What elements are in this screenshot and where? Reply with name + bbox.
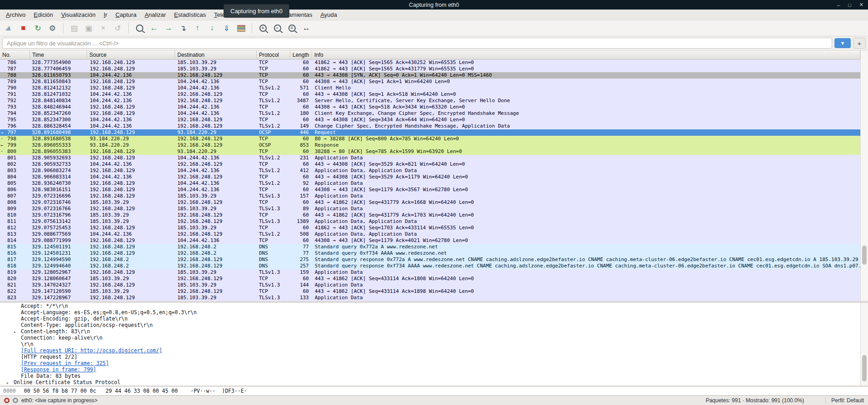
start-capture-button[interactable]: ▲ [2, 22, 15, 35]
packet-bytes-pane[interactable]: 0000 00 50 56 f8 b8 77 00 0c 29 44 46 33… [0, 387, 868, 395]
packet-row-798[interactable]: 798·328.89168053893.184.220.29192.168.24… [0, 136, 860, 142]
menu-item-edición[interactable]: Edición [29, 10, 57, 19]
packet-row-804[interactable]: 804328.906083314104.244.42.136192.168.24… [0, 174, 860, 180]
packet-row-789[interactable]: 789328.811650843192.168.248.129104.244.4… [0, 79, 860, 85]
packet-list-scrollbar-thumb[interactable] [862, 246, 867, 265]
packet-row-816[interactable]: 816329.124501231192.168.248.129192.168.2… [0, 250, 860, 257]
packet-row-807[interactable]: 807329.072316696192.168.248.129185.103.3… [0, 193, 860, 199]
column-header-source[interactable]: Source [87, 50, 175, 59]
detail-link[interactable]: [Prev request in frame: 325] [21, 360, 109, 366]
expand-arrow-icon[interactable]: ▸ [6, 380, 9, 386]
menu-item-captura[interactable]: Captura [112, 10, 141, 19]
details-scrollbar-thumb[interactable] [862, 355, 867, 381]
menu-item-visualización[interactable]: Visualización [57, 10, 100, 19]
stop-capture-button[interactable]: ■ [17, 22, 30, 35]
packet-row-786[interactable]: 786328.777354900192.168.248.129185.103.3… [0, 59, 860, 66]
packet-row-814[interactable]: 814329.088771999192.168.248.129104.244.4… [0, 237, 860, 244]
packet-row-803[interactable]: 803328.906083274192.168.248.129104.244.4… [0, 168, 860, 174]
go-last-button[interactable]: ↓ [205, 22, 219, 35]
expand-arrow-icon[interactable]: ▸ [14, 329, 16, 335]
packet-row-793[interactable]: 793328.848246944192.168.248.129104.244.4… [0, 104, 860, 110]
column-header-no[interactable]: No. [0, 50, 30, 59]
packet-row-787[interactable]: 787328.777406459192.168.248.129185.103.3… [0, 66, 860, 72]
packet-protocol: TCP [257, 148, 290, 155]
zoom-in-button[interactable]: + [256, 22, 269, 35]
add-filter-button[interactable]: + [853, 38, 866, 49]
packet-row-808[interactable]: 808329.072316746185.103.39.29192.168.248… [0, 199, 860, 206]
packet-row-800[interactable]: 800·328.896055383192.168.248.12993.184.2… [0, 148, 860, 155]
packet-list[interactable]: 786328.777354900192.168.248.129185.103.3… [0, 59, 860, 301]
capture-comment-icon[interactable] [13, 398, 18, 403]
auto-scroll-button[interactable]: ⇓ [220, 22, 233, 35]
go-to-packet-button[interactable]: ↴ [176, 22, 190, 35]
column-header-destination[interactable]: Destination [175, 50, 257, 59]
filter-dropdown-button[interactable]: ▼ [834, 38, 851, 48]
packet-details-pane[interactable]: Accept: */*\r\nAccept-Language: es-ES,es… [0, 303, 860, 385]
packet-row-820[interactable]: 820329.128060647185.103.39.29192.168.248… [0, 276, 860, 282]
packet-row-805[interactable]: 805328.936240730192.168.248.129104.244.4… [0, 180, 860, 187]
menu-item-analizar[interactable]: Analizar [141, 10, 170, 19]
detail-link[interactable]: [Full request URI: http://ocsp.digicert.… [21, 347, 162, 354]
packet-row-806[interactable]: 806328.983016151192.168.248.129104.244.4… [0, 187, 860, 193]
packet-row-796[interactable]: 796328.886328454104.244.42.136192.168.24… [0, 123, 860, 129]
column-header-protocol[interactable]: Protocol [257, 50, 290, 59]
go-forward-button[interactable]: → [162, 22, 175, 35]
packet-row-817[interactable]: 817329.124994590192.168.248.2192.168.248… [0, 257, 860, 263]
packet-row-812[interactable]: 812329.075725453192.168.248.129185.103.3… [0, 225, 860, 231]
save-file-button[interactable]: ▣ [82, 22, 95, 35]
zoom-out-button[interactable]: − [271, 22, 284, 35]
open-file-button[interactable]: ▤ [68, 22, 81, 35]
packet-row-809[interactable]: 809329.072316766192.168.248.129185.103.3… [0, 206, 860, 212]
maximize-button[interactable]: □ [848, 2, 851, 8]
colorize-button[interactable] [234, 22, 248, 35]
column-header-info[interactable]: Info [312, 50, 860, 59]
details-scrollbar[interactable] [860, 303, 868, 385]
packet-row-813[interactable]: 813329.088677569104.244.42.136192.168.24… [0, 231, 860, 237]
close-button[interactable]: ✕ [859, 2, 863, 8]
packet-row-790[interactable]: 790328.812412132192.168.248.129104.244.4… [0, 85, 860, 91]
packet-source: 192.168.248.129 [87, 237, 175, 244]
packet-row-794[interactable]: 794328.852347260192.168.248.129104.244.4… [0, 110, 860, 117]
packet-row-799[interactable]: 799←328.89605533393.184.220.29192.168.24… [0, 142, 860, 148]
menu-item-archivo[interactable]: Archivo [2, 10, 29, 19]
packet-row-818[interactable]: 818329.124994640192.168.248.2192.168.248… [0, 263, 860, 269]
packet-row-811[interactable]: 811329.075613142185.103.39.29192.168.248… [0, 218, 860, 225]
close-file-button[interactable]: × [97, 22, 110, 35]
packet-row-802[interactable]: 802328.905932733104.244.42.136192.168.24… [0, 161, 860, 168]
capture-options-button[interactable]: ⚙ [46, 22, 59, 35]
packet-row-795[interactable]: 795328.852347300104.244.42.136192.168.24… [0, 117, 860, 123]
packet-list-scrollbar[interactable] [860, 50, 868, 301]
packet-row-791[interactable]: 791328.812471032104.244.42.136192.168.24… [0, 91, 860, 98]
display-filter-input[interactable]: Aplique un filtro de visualización ... <… [2, 38, 832, 49]
detail-line: [HTTP request 2/2] [0, 354, 860, 360]
packet-row-823[interactable]: 823329.147228967192.168.248.129185.103.3… [0, 295, 860, 301]
packet-row-819[interactable]: 819329.128052967192.168.248.129185.103.3… [0, 269, 860, 276]
column-header-length[interactable]: Length [290, 50, 312, 59]
menu-item-ir[interactable]: Ir [100, 10, 112, 19]
go-first-button[interactable]: ↑ [191, 22, 204, 35]
packet-row-815[interactable]: 815329.124501191192.168.248.129192.168.2… [0, 244, 860, 250]
resize-columns-button[interactable]: ↔ [300, 22, 313, 35]
minimize-button[interactable]: – [837, 2, 840, 8]
go-back-button[interactable]: ← [147, 22, 161, 35]
packet-row-801[interactable]: 801328.905932693192.168.248.129104.244.4… [0, 155, 860, 161]
packet-row-792[interactable]: 792328.848140834104.244.42.136192.168.24… [0, 98, 860, 104]
packet-row-810[interactable]: 810329.072316796185.103.39.29192.168.248… [0, 212, 860, 218]
menu-item-ayuda[interactable]: Ayuda [317, 10, 341, 19]
packet-protocol: DNS [257, 250, 290, 257]
menu-item-estadísticas[interactable]: Estadísticas [170, 10, 210, 19]
zoom-normal-button[interactable]: = [285, 22, 298, 35]
packet-row-788[interactable]: 788328.811650793104.244.42.136192.168.24… [0, 72, 860, 79]
packet-row-822[interactable]: 822329.147120590185.103.39.29192.168.248… [0, 288, 860, 295]
packet-time: 329.128052967 [30, 269, 87, 276]
reload-file-button[interactable]: ↺ [111, 22, 124, 35]
restart-capture-button[interactable]: ↻ [31, 22, 44, 35]
packet-row-797[interactable]: 797→328.891680498192.168.248.12993.184.2… [0, 129, 860, 136]
column-header-time[interactable]: Time [30, 50, 87, 59]
packet-info: 443 → 44308 [ACK] Seq=1 Ack=518 Win=6424… [312, 91, 860, 98]
expert-info-icon[interactable] [4, 398, 10, 403]
profile-label[interactable]: Perfil: Default [825, 397, 864, 404]
detail-link[interactable]: [Response in frame: 799] [21, 366, 96, 373]
find-packet-button[interactable] [133, 22, 146, 35]
packet-row-821[interactable]: 821329.147024327192.168.248.129185.103.3… [0, 282, 860, 288]
